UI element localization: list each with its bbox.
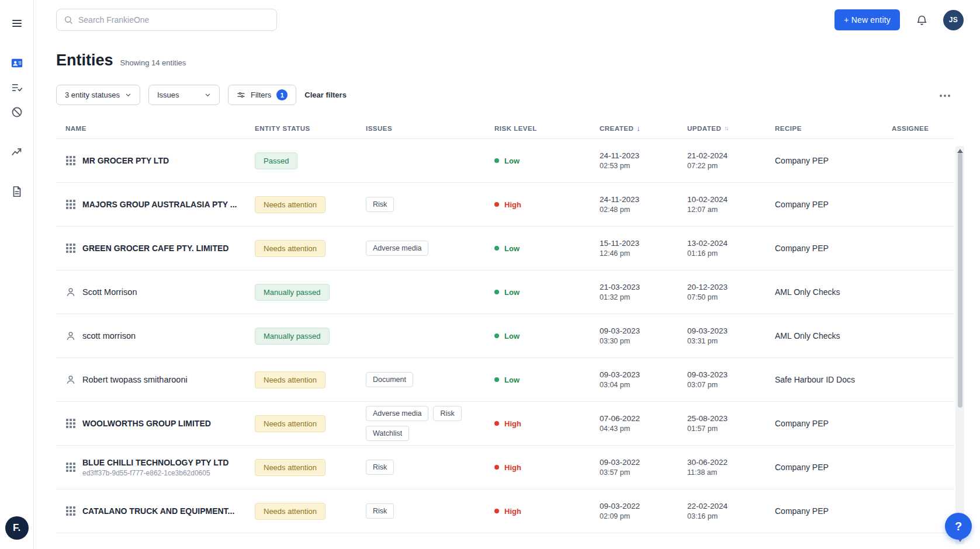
table-row[interactable]: MAJORS GROUP AUSTRALASIA PTY ... Needs a… [56, 183, 954, 227]
sliders-icon [237, 91, 245, 99]
created-cell: 09-03-2022 02:09 pm [600, 502, 687, 520]
created-time: 03:30 pm [600, 337, 687, 345]
person-icon [65, 374, 76, 385]
search-input[interactable] [78, 15, 269, 25]
more-options-button[interactable] [936, 88, 954, 102]
table-row[interactable]: GREEN GROCER CAFE PTY. LIMITED Needs att… [56, 227, 954, 270]
created-time: 02:48 pm [600, 206, 687, 214]
sidebar-item-documents[interactable] [5, 180, 29, 203]
column-header-label: ENTITY STATUS [255, 125, 310, 132]
table-row[interactable]: Scott Morrison Manually passed Low 21-03… [56, 270, 954, 314]
risk-label: Low [504, 332, 520, 340]
sidebar: F. [0, 0, 34, 549]
status-badge: Manually passed [255, 328, 330, 345]
updated-date: 25-08-2023 [687, 414, 775, 423]
updated-cell: 13-02-2024 01:16 pm [687, 239, 775, 258]
entity-status-filter-button[interactable]: 3 entity statuses [56, 85, 140, 105]
new-entity-button[interactable]: + New entity [834, 9, 900, 30]
created-date: 09-03-2022 [600, 502, 687, 510]
sidebar-item-blocklist[interactable] [5, 100, 29, 124]
risk-cell: Low [494, 332, 600, 340]
sort-descending-icon: ↓ [636, 124, 640, 133]
user-avatar[interactable]: JS [943, 10, 964, 30]
table-row[interactable]: WOOLWORTHS GROUP LIMITED Needs attention… [56, 402, 954, 446]
updated-cell: 21-02-2024 07:22 pm [687, 151, 775, 170]
created-date: 07-06-2022 [600, 414, 687, 423]
updated-date: 10-02-2024 [687, 195, 775, 204]
entity-name-wrap: BLUE CHILLI TECHNOLOGY PTY LTD ed3ff37b-… [82, 458, 228, 477]
column-header-risk-level[interactable]: RISK LEVEL [494, 125, 600, 132]
issues-dropdown[interactable]: Issues [148, 85, 220, 105]
column-header-updated[interactable]: UPDATED ↑↓ [687, 125, 775, 132]
entity-status-cell: Needs attention [255, 503, 366, 520]
hamburger-menu-button[interactable] [5, 12, 29, 35]
risk-cell: High [494, 200, 600, 209]
entity-status-cell: Manually passed [255, 328, 366, 345]
scrollbar-thumb[interactable] [958, 153, 962, 408]
table-header-row: NAME ENTITY STATUS ISSUES RISK LEVEL CRE… [56, 118, 954, 139]
sidebar-nav [5, 51, 29, 203]
sidebar-item-checklist[interactable] [5, 76, 29, 99]
help-button[interactable]: ? [945, 513, 972, 540]
issue-chip: Risk [366, 460, 394, 475]
table-row[interactable]: Robert twopass smitharooni Needs attenti… [56, 358, 954, 402]
table-row[interactable]: scott morrison Manually passed Low 09-03… [56, 314, 954, 358]
entities-table: NAME ENTITY STATUS ISSUES RISK LEVEL CRE… [34, 118, 980, 533]
column-header-issues[interactable]: ISSUES [366, 125, 494, 132]
topbar: + New entity JS [34, 0, 980, 40]
entity-name-wrap: GREEN GROCER CAFE PTY. LIMITED [82, 244, 228, 253]
created-cell: 07-06-2022 04:43 pm [600, 414, 687, 433]
column-header-label: RISK LEVEL [494, 125, 537, 132]
created-date: 09-03-2022 [600, 458, 687, 467]
issue-chip: Adverse media [366, 241, 428, 256]
sidebar-item-entities[interactable] [5, 51, 29, 75]
column-header-created[interactable]: CREATED ↓ [600, 124, 687, 133]
column-header-label: CREATED [600, 125, 633, 132]
status-badge: Needs attention [255, 415, 325, 432]
entity-name-wrap: MAJORS GROUP AUSTRALASIA PTY ... [82, 200, 237, 209]
updated-time: 01:16 pm [687, 249, 775, 258]
updated-cell: 10-02-2024 12:07 am [687, 195, 775, 214]
issues-cell: Document [366, 372, 494, 387]
entity-name-wrap: scott morrison [82, 331, 136, 340]
main-content: + New entity JS Entities Showing 14 enti… [34, 0, 980, 549]
entity-name: CATALANO TRUCK AND EQUIPMENT... [82, 506, 234, 516]
ban-icon [11, 106, 23, 119]
table-row[interactable]: CATALANO TRUCK AND EQUIPMENT... Needs at… [56, 489, 954, 533]
issues-cell: Adverse mediaRiskWatchlist [366, 406, 494, 441]
company-icon [65, 199, 76, 210]
risk-label: Low [504, 376, 520, 384]
table-row[interactable]: MR GROCER PTY LTD Passed Low 24-11-2023 … [56, 139, 954, 183]
table-row[interactable]: BLUE CHILLI TECHNOLOGY PTY LTD ed3ff37b-… [56, 446, 954, 489]
sidebar-item-analytics[interactable] [5, 140, 29, 164]
filters-button[interactable]: Filters 1 [228, 85, 296, 105]
created-cell: 09-03-2022 03:57 pm [600, 458, 687, 477]
filters-count-badge: 1 [276, 89, 288, 100]
updated-cell: 30-06-2022 11:38 am [687, 458, 775, 477]
column-header-assignee[interactable]: ASSIGNEE [892, 125, 954, 132]
frankieone-logo[interactable]: F. [5, 516, 29, 540]
created-time: 02:53 pm [600, 162, 687, 170]
updated-date: 30-06-2022 [687, 458, 775, 467]
issues-cell: Adverse media [366, 241, 494, 256]
status-badge: Passed [255, 152, 297, 169]
column-header-entity-status[interactable]: ENTITY STATUS [255, 125, 366, 132]
issue-chip: Adverse media [366, 406, 428, 421]
recipe-cell: Company PEP [775, 419, 892, 428]
risk-dot [494, 246, 499, 251]
recipe-cell: Company PEP [775, 463, 892, 472]
issue-chip: Watchlist [366, 426, 409, 441]
notifications-button[interactable] [913, 11, 930, 29]
clear-filters-button[interactable]: Clear filters [304, 91, 347, 99]
created-time: 01:32 pm [600, 293, 687, 301]
column-header-recipe[interactable]: RECIPE [775, 125, 892, 132]
entity-status-cell: Needs attention [255, 371, 366, 388]
risk-dot [494, 290, 499, 294]
column-header-name[interactable]: NAME [56, 125, 255, 132]
issue-chip: Document [366, 372, 413, 387]
column-header-label: NAME [65, 125, 86, 132]
updated-time: 01:57 pm [687, 425, 775, 433]
status-badge: Needs attention [255, 240, 325, 257]
status-badge: Manually passed [255, 284, 330, 301]
recipe-cell: AML Only Checks [775, 331, 892, 340]
